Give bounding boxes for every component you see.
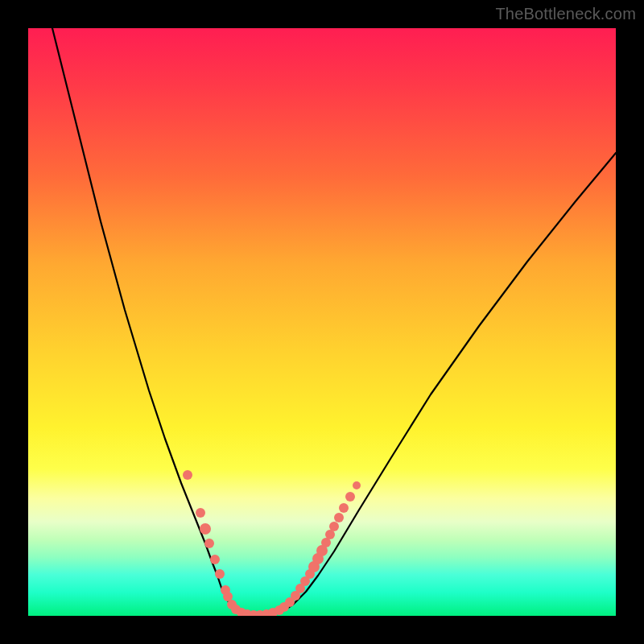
- scatter-dot: [183, 470, 192, 480]
- curve-right-branch: [286, 153, 616, 609]
- chart-svg: [28, 28, 616, 616]
- watermark-text: TheBottleneck.com: [495, 5, 636, 23]
- scatter-dot: [215, 569, 225, 579]
- chart-scatter: [183, 470, 361, 616]
- scatter-dot: [200, 523, 211, 535]
- chart-plot-area: [28, 28, 616, 616]
- curve-left-branch: [52, 28, 233, 610]
- scatter-dot: [334, 513, 344, 522]
- scatter-dot: [196, 508, 205, 518]
- scatter-dot: [339, 503, 349, 513]
- scatter-dot: [345, 492, 355, 502]
- scatter-dot: [210, 555, 220, 564]
- scatter-dot: [353, 481, 361, 489]
- scatter-dot: [329, 522, 339, 531]
- scatter-dot: [204, 539, 214, 548]
